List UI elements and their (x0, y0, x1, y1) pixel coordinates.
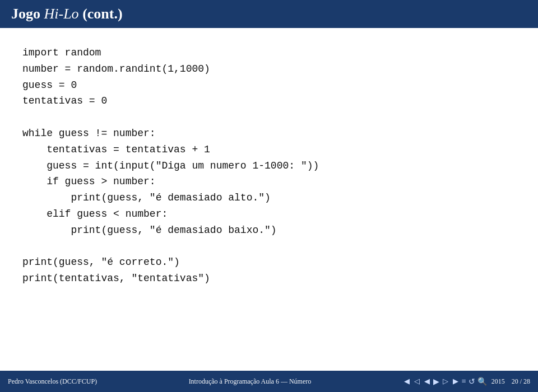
code-line-14: print(guess, "é correto.") (22, 254, 516, 270)
slide-header: Jogo Hi-Lo (cont.) (0, 0, 538, 28)
code-line-12: print(guess, "é demasiado baixo.") (22, 222, 516, 239)
nav-section-next[interactable]: ▷ (442, 377, 449, 386)
code-line-11: elif guess < number: (22, 206, 516, 222)
nav-controls: ◀ ◁ ◀ ▶ ▷ ▶ ≡ ↺ 🔍 (403, 377, 487, 386)
code-block: import random number = random.randint(1,… (22, 45, 516, 287)
code-line-2: number = random.randint(1,1000) (22, 61, 516, 77)
nav-next-arrow[interactable]: ▶ (452, 377, 460, 386)
slide-footer: Pedro Vasconcelos (DCC/FCUP) Introdução … (0, 371, 538, 392)
nav-equiv: ≡ (462, 377, 466, 386)
page-label: 20 / 28 (512, 377, 530, 385)
code-line-1: import random (22, 45, 516, 61)
footer-nav: ◀ ◁ ◀ ▶ ▷ ▶ ≡ ↺ 🔍 2015 20 / 28 (403, 377, 530, 386)
page-info: 2015 20 / 28 (491, 377, 530, 386)
main-content: import random number = random.randint(1,… (0, 28, 538, 298)
code-line-15: print(tentativas, "tentativas") (22, 270, 516, 287)
code-line-8: guess = int(input("Diga um numero 1-1000… (22, 158, 516, 174)
year-text: 2015 (491, 377, 505, 385)
code-line-5 (22, 109, 516, 125)
nav-refresh[interactable]: ↺ (469, 377, 475, 386)
course-text: Introdução à Programação Aula 6 — Número (189, 377, 312, 385)
code-line-4: tentativas = 0 (22, 93, 516, 109)
nav-prev-arrow[interactable]: ◁ (413, 377, 421, 386)
header-title-cont: (cont.) (79, 6, 123, 22)
code-line-9: if guess > number: (22, 174, 516, 190)
nav-first-arrow[interactable]: ◀ (403, 377, 411, 386)
nav-search[interactable]: 🔍 (477, 377, 487, 386)
author-text: Pedro Vasconcelos (DCC/FCUP) (8, 377, 97, 386)
code-line-7: tentativas = tentativas + 1 (22, 142, 516, 158)
header-title-jogo: Jogo (11, 6, 44, 22)
code-line-6: while guess != number: (22, 125, 516, 142)
header-title: Jogo Hi-Lo (cont.) (11, 6, 123, 22)
code-line-3: guess = 0 (22, 77, 516, 94)
footer-course: Introdução à Programação Aula 6 — Número (97, 377, 403, 386)
nav-separator1: ▶ (433, 377, 439, 386)
code-line-10: print(guess, "é demasiado alto.") (22, 190, 516, 206)
footer-author: Pedro Vasconcelos (DCC/FCUP) (8, 377, 97, 386)
code-line-13 (22, 239, 516, 255)
header-title-hilo: Hi-Lo (44, 6, 79, 22)
nav-section-prev[interactable]: ◀ (423, 377, 431, 386)
